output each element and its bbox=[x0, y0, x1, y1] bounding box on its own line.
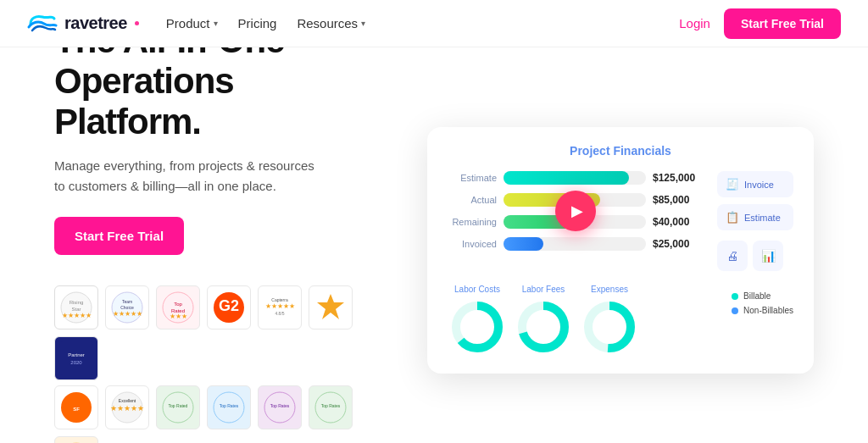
hero-right: Project Financials Estimate $125,000 bbox=[427, 127, 814, 374]
bar-track-estimate bbox=[504, 171, 646, 185]
estimate-button[interactable]: 📋 Estimate bbox=[717, 204, 793, 230]
bar-value-actual: $85,000 bbox=[653, 194, 704, 206]
badge-team-choice: TeamChoice★★★★★ bbox=[105, 285, 149, 329]
badges-row2: SF Excellent★★★★★ Top Rated Top Rates To… bbox=[54, 385, 376, 443]
hero-left: The All-In-One Operations Platform. Mana… bbox=[54, 20, 376, 443]
play-button[interactable]: ▶ bbox=[555, 191, 596, 231]
bars-container: Estimate $125,000 Actual $85,000 bbox=[448, 171, 704, 251]
bar-label-invoiced: Invoiced bbox=[448, 239, 497, 249]
svg-text:G2: G2 bbox=[219, 297, 239, 314]
badge-g2: G2 bbox=[207, 285, 251, 329]
legend-nonbillable: Non-Billables bbox=[732, 306, 793, 315]
legend-billable: Billable bbox=[732, 291, 793, 301]
navbar: ravetree Product ▾ Pricing Resources ▾ L… bbox=[0, 0, 868, 47]
nav-trial-button[interactable]: Start Free Trial bbox=[724, 8, 841, 39]
bar-fill-invoiced bbox=[504, 237, 543, 251]
bottom-section: Labor Costs Labor Fees bbox=[448, 285, 793, 357]
badge-sourceforge bbox=[309, 285, 353, 329]
badge-excellent: Excellent★★★★★ bbox=[105, 385, 149, 429]
badge-rising-star: RisingStar★★★★★ bbox=[54, 285, 98, 329]
svg-text:Top Rated: Top Rated bbox=[169, 403, 188, 408]
financials-side: 🧾 Invoice 📋 Estimate 🖨 📊 bbox=[717, 171, 793, 271]
svg-marker-18 bbox=[317, 294, 344, 319]
svg-text:Top Rates: Top Rates bbox=[321, 403, 341, 408]
logo[interactable]: ravetree bbox=[27, 12, 139, 36]
donut-label-expenses: Expenses bbox=[591, 285, 628, 294]
svg-text:2020: 2020 bbox=[70, 360, 82, 365]
card-title: Project Financials bbox=[448, 144, 793, 158]
legend-nonbillable-label: Non-Billables bbox=[743, 306, 793, 315]
badge-capterra: Capterra★★★★★4.8/5 bbox=[258, 285, 302, 329]
badge-top-rated-2: Top Rated bbox=[156, 385, 200, 429]
donut-group: Labor Costs Labor Fees bbox=[448, 285, 715, 357]
legend-nonbillable-dot bbox=[732, 307, 738, 314]
svg-text:★★★: ★★★ bbox=[170, 313, 187, 320]
login-button[interactable]: Login bbox=[679, 16, 710, 30]
nav-right: Login Start Free Trial bbox=[679, 8, 841, 39]
svg-text:SF: SF bbox=[73, 407, 80, 412]
nav-resources[interactable]: Resources ▾ bbox=[297, 16, 365, 30]
resources-chevron-icon: ▾ bbox=[361, 19, 365, 28]
badges-row1: RisingStar★★★★★ TeamChoice★★★★★ TopRated… bbox=[54, 285, 376, 380]
nav-links: Product ▾ Pricing Resources ▾ bbox=[166, 16, 365, 30]
donut-expenses: Expenses bbox=[580, 285, 639, 357]
legend-billable-dot bbox=[732, 293, 738, 300]
nav-pricing[interactable]: Pricing bbox=[238, 16, 277, 30]
logo-text: ravetree bbox=[64, 14, 127, 33]
financials-grid: Estimate $125,000 Actual $85,000 bbox=[448, 171, 793, 271]
svg-text:★★★★★: ★★★★★ bbox=[265, 302, 295, 310]
hero-section: The All-In-One Operations Platform. Mana… bbox=[0, 47, 868, 443]
bar-label-remaining: Remaining bbox=[448, 217, 497, 227]
donut-labor-fees: Labor Fees bbox=[514, 285, 573, 357]
svg-text:★★★★★: ★★★★★ bbox=[110, 404, 144, 413]
financials-bars: Estimate $125,000 Actual $85,000 bbox=[448, 171, 704, 271]
bar-value-estimate: $125,000 bbox=[653, 172, 704, 184]
svg-text:★★★★★: ★★★★★ bbox=[113, 310, 142, 318]
bar-row-invoiced: Invoiced $25,000 bbox=[448, 237, 704, 251]
svg-rect-19 bbox=[59, 341, 93, 375]
legend: Billable Non-Billables bbox=[732, 285, 793, 315]
svg-text:★★★★★: ★★★★★ bbox=[62, 312, 92, 319]
donut-wrap-labor-costs bbox=[448, 297, 507, 357]
donut-wrap-labor-fees bbox=[514, 297, 573, 357]
estimate-icon: 📋 bbox=[726, 211, 739, 224]
svg-text:Top Rates: Top Rates bbox=[220, 403, 239, 408]
bar-label-estimate: Estimate bbox=[448, 173, 497, 183]
svg-text:Excellent: Excellent bbox=[119, 398, 136, 403]
hero-trial-button[interactable]: Start Free Trial bbox=[54, 217, 184, 255]
bar-value-invoiced: $25,000 bbox=[653, 238, 704, 250]
nav-product[interactable]: Product ▾ bbox=[166, 16, 218, 30]
bar-label-actual: Actual bbox=[448, 195, 497, 205]
badge-partner: Partner2020 bbox=[54, 336, 98, 380]
side-icon-1[interactable]: 🖨 bbox=[717, 241, 748, 271]
svg-text:Top: Top bbox=[174, 302, 182, 307]
logo-dot bbox=[135, 21, 139, 25]
badge-top-rates-6: Top Rates bbox=[54, 436, 98, 443]
badge-top-rates-4: Top Rates bbox=[258, 385, 302, 429]
bar-track-invoiced bbox=[504, 237, 646, 251]
badge-top-rated: TopRated★★★ bbox=[156, 285, 200, 329]
bar-row-estimate: Estimate $125,000 bbox=[448, 171, 704, 185]
product-chevron-icon: ▾ bbox=[214, 19, 218, 28]
badge-top-rates-5: Top Rates bbox=[309, 385, 353, 429]
badge-sourceforce2: SF bbox=[54, 385, 98, 429]
nav-left: ravetree Product ▾ Pricing Resources ▾ bbox=[27, 12, 365, 36]
side-icons-row: 🖨 📊 bbox=[717, 241, 793, 271]
svg-text:4.8/5: 4.8/5 bbox=[275, 311, 284, 316]
invoice-label: Invoice bbox=[744, 180, 774, 190]
invoice-icon: 🧾 bbox=[726, 178, 739, 191]
bar-fill-estimate bbox=[504, 171, 629, 185]
estimate-label: Estimate bbox=[744, 213, 781, 223]
invoice-button[interactable]: 🧾 Invoice bbox=[717, 171, 793, 197]
side-icon-2[interactable]: 📊 bbox=[753, 241, 783, 271]
dashboard-card: Project Financials Estimate $125,000 bbox=[427, 127, 814, 374]
donut-labor-costs: Labor Costs bbox=[448, 285, 507, 357]
badge-top-rates-3: Top Rates bbox=[207, 385, 251, 429]
hero-description: Manage everything, from projects & resou… bbox=[54, 156, 326, 197]
play-icon: ▶ bbox=[571, 202, 583, 220]
donut-label-labor-costs: Labor Costs bbox=[454, 285, 500, 294]
donut-label-labor-fees: Labor Fees bbox=[522, 285, 565, 294]
svg-text:Partner: Partner bbox=[68, 352, 85, 357]
svg-text:Rising: Rising bbox=[70, 300, 84, 305]
donut-wrap-expenses bbox=[580, 297, 639, 357]
